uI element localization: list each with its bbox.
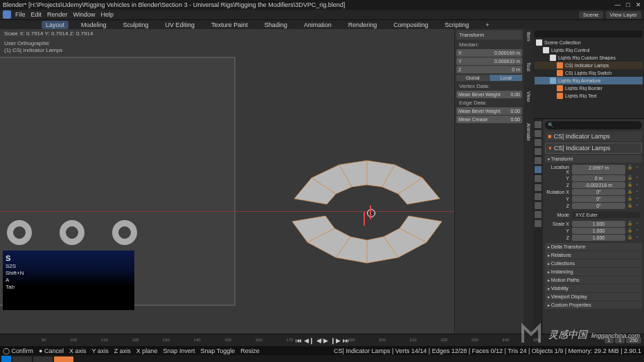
render-tab-icon[interactable] [535, 121, 542, 128]
menu-help[interactable]: Help [101, 11, 114, 18]
tab-rendering[interactable]: Rendering [344, 21, 382, 29]
npanel-transform-header[interactable]: Transform [456, 30, 522, 39]
data-tab-icon[interactable] [535, 211, 542, 218]
menu-render[interactable]: Render [47, 11, 68, 18]
scale-y[interactable]: 1.000 [572, 228, 625, 234]
output-tab-icon[interactable] [535, 130, 542, 137]
tree-item[interactable]: CS| Lights Rig Switch [535, 69, 643, 77]
play-rev-icon[interactable]: ◀ [316, 337, 321, 344]
mean-crease[interactable]: Mean Crease0.00 [456, 116, 522, 123]
tab-uv[interactable]: UV Editing [161, 21, 199, 29]
mean-bevel-weight-e[interactable]: Mean Bevel Weight0.00 [456, 107, 522, 115]
play-icon[interactable]: ▶ [323, 337, 328, 344]
rot-y[interactable]: 0° [572, 196, 625, 202]
tree-item-selected[interactable]: Lights Rig Armature [535, 77, 643, 84]
timeline[interactable]: 9010011012013014015016017018019020021022… [0, 334, 644, 346]
tree-item[interactable]: Lights Rig Border [535, 84, 643, 92]
key-shiftn: Shift+N [6, 270, 132, 276]
tab-scripting[interactable]: Scripting [440, 21, 473, 29]
tab-texpaint[interactable]: Texture Paint [207, 21, 252, 29]
tree-item[interactable]: Lights Rig Text [535, 92, 643, 100]
section-delta[interactable]: Delta Transform [545, 243, 642, 251]
key-s2s: S2S [6, 263, 132, 269]
frame-end[interactable]: 250 [626, 337, 641, 343]
space-local[interactable]: Local [490, 75, 522, 81]
section-motion[interactable]: Motion Paths [545, 276, 642, 284]
rot-x[interactable]: 0° [572, 189, 625, 195]
vtab-tool[interactable]: Tool [526, 62, 531, 71]
section-collections[interactable]: Collections [545, 260, 642, 267]
space-global[interactable]: Global [456, 75, 489, 81]
material-tab-icon[interactable] [535, 220, 542, 227]
playback-controls: ⏮ ◀❙ ◀ ▶ ❙▶ ⏭ [296, 337, 349, 344]
viewlayer-dropdown[interactable]: View Layer [606, 11, 641, 19]
median-y[interactable]: Y0.000633 m [456, 57, 522, 65]
scene-tab-icon[interactable] [535, 148, 542, 155]
outliner-search[interactable] [535, 30, 643, 37]
tree-item[interactable]: Lights Rig Control [535, 46, 643, 54]
windows-taskbar[interactable] [0, 355, 644, 362]
loc-z[interactable]: -0.002218 m [572, 182, 625, 188]
world-tab-icon[interactable] [535, 157, 542, 164]
taskbar-app[interactable] [12, 356, 32, 362]
breadcrumb-data[interactable]: ▾CS| Indicator Lamps [545, 143, 642, 154]
viewlayer-tab-icon[interactable] [535, 139, 542, 146]
start-button-icon[interactable] [1, 356, 11, 362]
keyframe-next-icon[interactable]: ❙▶ [330, 337, 341, 344]
keyframe-prev-icon[interactable]: ◀❙ [304, 337, 314, 344]
jump-start-icon[interactable]: ⏮ [296, 337, 302, 344]
vtab-view[interactable]: View [526, 91, 531, 102]
menu-window[interactable]: Window [73, 11, 96, 18]
section-relations[interactable]: Relations [545, 251, 642, 259]
particle-tab-icon[interactable] [535, 184, 542, 191]
lock-icon[interactable]: 🔓 [626, 165, 633, 174]
3d-viewport[interactable]: Scale X: 0.7914 Y: 0.7914 Z: 0.7914 User… [0, 29, 454, 334]
constraint-tab-icon[interactable] [535, 202, 542, 209]
tab-compositing[interactable]: Compositing [389, 21, 432, 29]
scale-x[interactable]: 1.000 [572, 221, 625, 227]
vtab-item[interactable]: Item [526, 32, 531, 42]
scale-z[interactable]: 1.000 [572, 235, 625, 241]
taskbar-app[interactable] [33, 356, 53, 362]
tree-scene-collection[interactable]: Scene Collection [535, 39, 643, 46]
loc-y[interactable]: 0 m [572, 175, 625, 181]
frame-start[interactable]: 1 [615, 337, 625, 343]
loc-x[interactable]: 2.0997 m [572, 165, 625, 174]
breadcrumb-object[interactable]: ■CS| Indicator Lamps [545, 132, 642, 141]
taskbar-blender-icon[interactable] [54, 356, 73, 362]
section-instancing[interactable]: Instancing [545, 268, 642, 275]
frame-current[interactable]: 1 [605, 337, 614, 343]
section-visibility[interactable]: Visibility [545, 284, 642, 292]
jump-end-icon[interactable]: ⏭ [343, 337, 349, 344]
tab-shading[interactable]: Shading [260, 21, 292, 29]
median-x[interactable]: X0.000169 m [456, 49, 522, 57]
tree-item[interactable]: CS| Indicator Lamps [535, 62, 643, 69]
max-button[interactable]: □ [627, 1, 630, 8]
section-viewport-display[interactable]: Viewport Display [545, 293, 642, 300]
outliner[interactable]: Scene Collection Lights Rig Control Ligh… [533, 29, 644, 119]
scene-dropdown[interactable]: Scene [579, 11, 603, 19]
tree-item[interactable]: Lights Rig Custom Shapes [535, 54, 643, 62]
mean-bevel-weight-v[interactable]: Mean Bevel Weight0.00 [456, 91, 522, 98]
median-z[interactable]: Z0 m [456, 66, 522, 73]
key-tab: Tab [6, 284, 132, 290]
tab-layout[interactable]: Layout [42, 21, 69, 29]
section-custom-props[interactable]: Custom Properties [545, 301, 642, 309]
physics-tab-icon[interactable] [535, 193, 542, 200]
tab-modeling[interactable]: Modeling [77, 21, 111, 29]
blender-logo-icon[interactable] [3, 10, 11, 19]
object-tab-icon[interactable] [535, 166, 542, 173]
min-button[interactable]: — [615, 1, 621, 8]
menu-edit[interactable]: Edit [31, 11, 42, 18]
properties-search[interactable] [545, 121, 642, 129]
vtab-animate[interactable]: Animate [526, 123, 531, 141]
tab-sculpting[interactable]: Sculpting [119, 21, 153, 29]
section-transform[interactable]: Transform [545, 155, 642, 163]
modifier-tab-icon[interactable] [535, 175, 542, 182]
close-button[interactable]: ✕ [636, 1, 641, 8]
tab-add[interactable]: + [481, 21, 493, 29]
rotation-mode-dropdown[interactable]: XYZ Euler [573, 212, 641, 218]
menu-file[interactable]: File [15, 11, 26, 18]
rot-z[interactable]: 0° [572, 203, 625, 209]
tab-animation[interactable]: Animation [300, 21, 336, 29]
